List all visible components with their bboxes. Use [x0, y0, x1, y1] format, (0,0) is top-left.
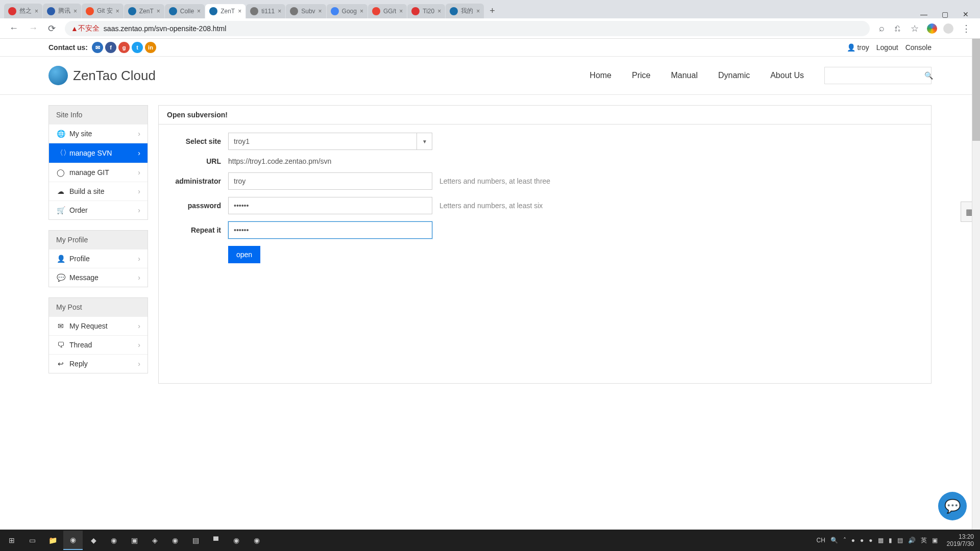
profile-avatar-icon[interactable]	[943, 23, 953, 34]
search-input[interactable]	[825, 72, 919, 80]
browser-tab[interactable]: GG/t×	[368, 4, 407, 18]
close-icon[interactable]: ×	[197, 8, 201, 15]
sidebar-item-order[interactable]: 🛒Order›	[49, 201, 148, 219]
extension-icon[interactable]	[927, 23, 937, 34]
close-icon[interactable]: ×	[238, 8, 241, 15]
back-button[interactable]: ←	[4, 20, 23, 37]
top-bar: Contact us: ✉ f g t in 👤 troy Logout Con…	[0, 39, 980, 57]
google-plus-icon[interactable]: g	[118, 42, 130, 53]
sidebar-item-label: Message	[69, 273, 99, 282]
browser-tab[interactable]: 我的×	[446, 4, 484, 18]
sidebar: Site Info 🌐My site› 〈〉manage SVN› ◯manag…	[48, 105, 148, 384]
nav-home[interactable]: Home	[590, 71, 611, 80]
scrollbar[interactable]	[972, 39, 980, 394]
browser-tab-active[interactable]: ZenT×	[205, 4, 246, 18]
logo[interactable]: ZenTao Cloud	[48, 66, 156, 85]
git-icon: ◯	[56, 168, 65, 177]
window-close-icon[interactable]: ✕	[955, 10, 976, 18]
brand-name: ZenTao Cloud	[73, 68, 156, 84]
user-link[interactable]: 👤 troy	[847, 43, 869, 52]
user-icon: 👤	[56, 255, 65, 263]
close-icon[interactable]: ×	[278, 8, 281, 15]
chevron-right-icon: ›	[138, 341, 140, 349]
browser-tab[interactable]: Ti20×	[407, 4, 445, 18]
favicon-icon	[169, 7, 177, 15]
facebook-icon[interactable]: f	[105, 42, 116, 53]
administrator-input[interactable]	[228, 172, 432, 190]
browser-tab[interactable]: Subv×	[286, 4, 326, 18]
close-icon[interactable]: ×	[35, 8, 38, 15]
nav-dynamic[interactable]: Dynamic	[718, 71, 750, 80]
chevron-right-icon: ›	[138, 273, 140, 282]
browser-tab[interactable]: ti111×	[246, 4, 285, 18]
bookmark-icon[interactable]: ☆	[905, 20, 924, 37]
close-icon[interactable]: ×	[476, 8, 480, 15]
browser-tab[interactable]: 然之×	[4, 4, 42, 18]
browser-tab[interactable]: ZenT×	[124, 4, 164, 18]
sidebar-item-thread[interactable]: 🗨Thread›	[49, 335, 148, 354]
tab-title: GG/t	[383, 8, 396, 15]
sidebar-item-profile[interactable]: 👤Profile›	[49, 249, 148, 268]
favicon-icon	[450, 7, 458, 15]
nav-manual[interactable]: Manual	[671, 71, 697, 80]
nav-price[interactable]: Price	[632, 71, 650, 80]
close-icon[interactable]: ×	[399, 8, 403, 15]
browser-tab[interactable]: Git 安×	[82, 4, 124, 18]
sidebar-item-build-site[interactable]: ☁Build a site›	[49, 182, 148, 201]
sidebar-item-manage-git[interactable]: ◯manage GIT›	[49, 163, 148, 182]
url-field[interactable]: ▲ 不安全 saas.zentao.pm/svn-opensite-208.ht…	[65, 21, 870, 36]
address-bar: ← → ⟳ ▲ 不安全 saas.zentao.pm/svn-opensite-…	[0, 18, 980, 39]
label-url: URL	[167, 157, 228, 165]
mail-icon[interactable]: ✉	[92, 42, 103, 53]
sidebar-item-manage-svn[interactable]: 〈〉manage SVN›	[49, 143, 148, 163]
label-password: password	[167, 202, 228, 210]
password-input[interactable]	[228, 197, 432, 214]
browser-tab[interactable]: Colle×	[165, 4, 205, 18]
select-site-dropdown[interactable]: troy1	[228, 133, 432, 150]
close-icon[interactable]: ×	[116, 8, 119, 15]
repeat-password-input[interactable]	[228, 221, 432, 239]
tab-title: ti111	[261, 8, 275, 15]
reply-icon: ↩	[56, 360, 65, 368]
open-button[interactable]: open	[228, 246, 260, 263]
sidebar-item-label: My Request	[69, 322, 108, 330]
administrator-hint: Letters and numbers, at least three	[439, 177, 550, 185]
key-icon[interactable]: ⌕	[874, 20, 890, 37]
forward-button[interactable]: →	[23, 20, 43, 37]
close-icon[interactable]: ×	[157, 8, 160, 15]
new-tab-button[interactable]: +	[484, 4, 500, 18]
browser-tab[interactable]: 腾讯×	[43, 4, 81, 18]
nav-about[interactable]: About Us	[770, 71, 804, 80]
translate-icon[interactable]: ⎌	[890, 20, 905, 37]
url-value: https://troy1.code.zentao.pm/svn	[228, 157, 331, 165]
sidebar-item-label: Order	[69, 206, 88, 214]
sidebar-item-my-site[interactable]: 🌐My site›	[49, 124, 148, 143]
console-link[interactable]: Console	[905, 43, 932, 52]
sidebar-item-message[interactable]: 💬Message›	[49, 268, 148, 287]
twitter-icon[interactable]: t	[132, 42, 143, 53]
browser-tab[interactable]: Goog×	[327, 4, 368, 18]
scrollbar-thumb[interactable]	[972, 39, 980, 141]
favicon-icon	[47, 7, 55, 15]
search-icon[interactable]: 🔍	[919, 71, 938, 80]
close-icon[interactable]: ×	[318, 8, 322, 15]
sidebar-item-reply[interactable]: ↩Reply›	[49, 354, 148, 373]
tab-title: Git 安	[97, 7, 113, 15]
browser-tab-strip: 然之× 腾讯× Git 安× ZenT× Colle× ZenT× ti111×…	[0, 0, 980, 18]
close-icon[interactable]: ×	[437, 8, 441, 15]
tab-title: Subv	[301, 8, 315, 15]
close-icon[interactable]: ×	[360, 8, 363, 15]
minimize-icon[interactable]: —	[913, 10, 935, 18]
close-icon[interactable]: ×	[74, 8, 77, 15]
logout-link[interactable]: Logout	[876, 43, 898, 52]
linkedin-icon[interactable]: in	[145, 42, 156, 53]
label-repeat: Repeat it	[167, 226, 228, 234]
sidebar-head-site-info: Site Info	[49, 106, 148, 124]
sidebar-head-my-post: My Post	[49, 298, 148, 316]
chevron-right-icon: ›	[138, 255, 140, 263]
sidebar-item-my-request[interactable]: ✉My Request›	[49, 316, 148, 335]
reload-button[interactable]: ⟳	[43, 20, 61, 37]
comment-icon: 🗨	[56, 341, 65, 349]
maximize-icon[interactable]: ▢	[935, 10, 955, 18]
menu-icon[interactable]: ⋮	[957, 20, 976, 37]
